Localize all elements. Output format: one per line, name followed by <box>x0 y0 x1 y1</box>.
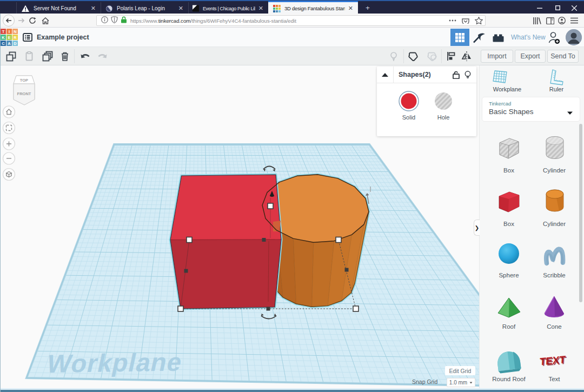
svg-text:TEXT: TEXT <box>540 355 567 368</box>
svg-text:TOP: TOP <box>20 78 28 83</box>
svg-text:Workplane: Workplane <box>44 348 185 378</box>
svg-text:FRONT: FRONT <box>17 91 31 96</box>
